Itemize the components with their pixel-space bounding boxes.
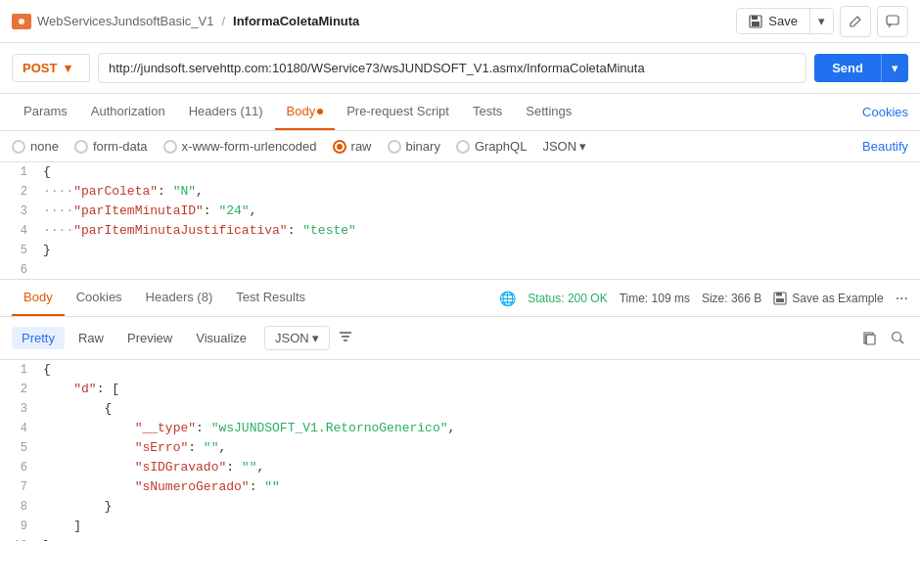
- top-bar: WebServicesJundsoftBasic_V1 / InformaCol…: [0, 0, 920, 43]
- tab-params[interactable]: Params: [12, 94, 79, 130]
- svg-rect-8: [776, 298, 784, 302]
- url-bar: POST ▾ Send ▾: [0, 43, 920, 94]
- resp-line-8: 8 }: [0, 497, 920, 517]
- response-status-area: 🌐 Status: 200 OK Time: 109 ms Size: 366 …: [499, 290, 908, 307]
- save-as-example-button[interactable]: Save as Example: [773, 292, 883, 305]
- status-badge: Status: 200 OK: [528, 292, 607, 305]
- option-none[interactable]: none: [12, 139, 59, 154]
- tab-body[interactable]: Body: [275, 94, 336, 130]
- url-input[interactable]: [98, 53, 806, 83]
- method-selector[interactable]: POST ▾: [12, 54, 90, 82]
- response-tab-test-results[interactable]: Test Results: [224, 280, 317, 316]
- response-time: Time: 109 ms: [620, 292, 690, 305]
- breadcrumb-sep: /: [221, 14, 225, 28]
- body-options: none form-data x-www-form-urlencoded raw…: [0, 131, 920, 162]
- logo-area: WebServicesJundsoftBasic_V1 / InformaCol…: [12, 14, 359, 29]
- resp-line-5: 5 "sErro": "",: [0, 438, 920, 458]
- resp-line-6: 6 "sIDGravado": "",: [0, 458, 920, 477]
- copy-icon: [862, 331, 877, 345]
- radio-form-data[interactable]: [74, 140, 88, 154]
- more-options-button[interactable]: ···: [896, 290, 908, 307]
- search-icon: [891, 331, 905, 345]
- request-tabs-bar: Params Authorization Headers (11) Body P…: [0, 94, 920, 131]
- pretty-tab-raw[interactable]: Raw: [69, 327, 114, 349]
- code-line-4: 4 ····"parItemMinutaJustificativa": "tes…: [0, 221, 920, 241]
- tab-settings[interactable]: Settings: [514, 94, 583, 130]
- request-body-editor[interactable]: 1 { 2 ····"parColeta": "N", 3 ····"parIt…: [0, 162, 920, 280]
- code-line-6: 6: [0, 260, 920, 280]
- response-tab-cookies[interactable]: Cookies: [65, 280, 134, 316]
- response-size: Size: 366 B: [702, 292, 761, 305]
- pretty-tab-pretty[interactable]: Pretty: [12, 327, 65, 349]
- tab-headers[interactable]: Headers (11): [177, 94, 275, 130]
- response-format-selector[interactable]: JSON ▾: [264, 326, 330, 350]
- save-icon: [749, 15, 762, 28]
- tabs-right: Cookies: [862, 95, 908, 129]
- response-tabs-bar: Body Cookies Headers (8) Test Results 🌐 …: [0, 280, 920, 317]
- radio-graphql[interactable]: [456, 140, 470, 154]
- save-example-icon: [773, 292, 787, 305]
- svg-rect-12: [866, 335, 875, 344]
- response-body-editor[interactable]: 1 { 2 "d": [ 3 { 4 "__type": "wsJUNDSOFT…: [0, 360, 920, 541]
- svg-line-14: [900, 340, 904, 344]
- code-line-5: 5 }: [0, 241, 920, 260]
- resp-line-2: 2 "d": [: [0, 380, 920, 399]
- breadcrumb: WebServicesJundsoftBasic_V1 / InformaCol…: [37, 14, 359, 28]
- tab-authorization[interactable]: Authorization: [79, 94, 177, 130]
- svg-rect-7: [776, 293, 782, 296]
- send-button-group: Send ▾: [814, 54, 908, 82]
- cookies-button[interactable]: Cookies: [862, 95, 908, 129]
- send-dropdown-button[interactable]: ▾: [881, 54, 908, 82]
- pretty-tab-visualize[interactable]: Visualize: [186, 327, 256, 349]
- radio-binary[interactable]: [388, 140, 401, 154]
- response-tab-headers[interactable]: Headers (8): [134, 280, 225, 316]
- save-button-group: Save ▾: [736, 8, 834, 34]
- pretty-tabs-bar: Pretty Raw Preview Visualize JSON ▾: [0, 317, 920, 360]
- code-line-3: 3 ····"parItemMinutaID": "24",: [0, 202, 920, 221]
- pretty-tabs-right: [859, 328, 908, 348]
- search-button[interactable]: [888, 328, 908, 348]
- resp-line-3: 3 {: [0, 399, 920, 419]
- tab-prerequest[interactable]: Pre-request Script: [335, 94, 461, 130]
- breadcrumb-parent[interactable]: WebServicesJundsoftBasic_V1: [37, 14, 213, 28]
- resp-line-9: 9 ]: [0, 517, 920, 536]
- resp-line-10: 10 }: [0, 536, 920, 541]
- code-line-2: 2 ····"parColeta": "N",: [0, 182, 920, 202]
- save-button[interactable]: Save: [737, 9, 809, 33]
- comment-button[interactable]: [877, 6, 908, 37]
- option-binary[interactable]: binary: [388, 139, 440, 154]
- format-selector[interactable]: JSON ▾: [542, 139, 586, 154]
- svg-rect-3: [752, 16, 758, 20]
- option-raw[interactable]: raw: [333, 139, 372, 154]
- radio-none[interactable]: [12, 140, 25, 154]
- app-logo: [12, 14, 31, 29]
- response-tab-body[interactable]: Body: [12, 280, 65, 316]
- option-graphql[interactable]: GraphQL: [456, 139, 527, 154]
- svg-rect-4: [752, 22, 759, 26]
- filter-icon[interactable]: [334, 325, 357, 351]
- option-urlencoded[interactable]: x-www-form-urlencoded: [163, 139, 317, 154]
- radio-raw[interactable]: [333, 140, 346, 154]
- svg-point-13: [893, 333, 901, 341]
- save-dropdown-button[interactable]: ▾: [809, 9, 833, 33]
- resp-line-7: 7 "sNumeroGerado": "": [0, 477, 920, 497]
- resp-line-1: 1 {: [0, 360, 920, 380]
- pretty-tab-preview[interactable]: Preview: [117, 327, 182, 349]
- beautify-button[interactable]: Beautify: [862, 139, 908, 154]
- radio-urlencoded[interactable]: [163, 140, 177, 154]
- comment-icon: [886, 15, 899, 28]
- top-bar-actions: Save ▾: [736, 6, 908, 37]
- svg-rect-5: [887, 16, 898, 24]
- edit-button[interactable]: [840, 6, 871, 37]
- edit-icon: [849, 15, 862, 28]
- breadcrumb-current: InformaColetaMinuta: [233, 14, 359, 28]
- code-line-1: 1 {: [0, 162, 920, 182]
- resp-line-4: 4 "__type": "wsJUNDSOFT_V1.RetornoGeneri…: [0, 419, 920, 438]
- tab-tests[interactable]: Tests: [461, 94, 514, 130]
- option-form-data[interactable]: form-data: [74, 139, 148, 154]
- send-button[interactable]: Send: [814, 54, 881, 82]
- svg-point-1: [19, 19, 24, 24]
- copy-button[interactable]: [859, 328, 880, 348]
- globe-icon: 🌐: [499, 291, 516, 306]
